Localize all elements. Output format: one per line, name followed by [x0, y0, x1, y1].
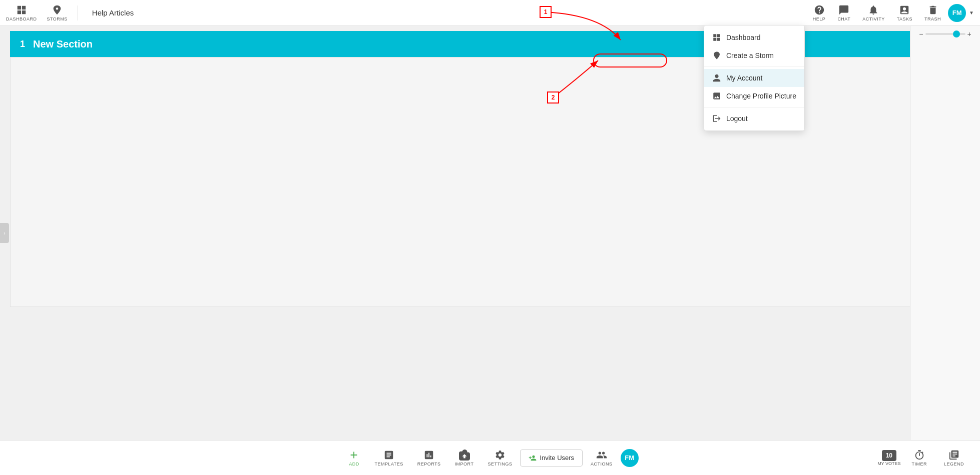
reports-toolbar-btn[interactable]: REPORTS: [411, 448, 447, 468]
top-navbar: DASHBOARD STORMS Help Articles HELP CHAT…: [0, 0, 980, 26]
bottom-right-controls: 10 MY VOTES TIMER LEGEND: [877, 448, 970, 468]
dropdown-create-storm-label: Create a Storm: [726, 52, 774, 60]
tasks-label: TASKS: [897, 16, 912, 22]
nav-divider: [78, 6, 78, 20]
zoom-slider-thumb: [953, 30, 960, 38]
actions-label: ACTIONS: [591, 462, 613, 466]
add-icon: [348, 450, 359, 460]
help-label: HELP: [813, 16, 826, 22]
help-icon: [814, 4, 825, 16]
dropdown-change-profile[interactable]: Change Profile Picture: [704, 87, 804, 105]
import-icon: [459, 450, 470, 460]
dropdown-my-account[interactable]: My Account: [704, 69, 804, 87]
my-votes-label: MY VOTES: [877, 461, 900, 466]
chat-icon: [838, 4, 849, 16]
section-title: New Section: [33, 38, 960, 50]
zoom-slider-row: − +: [919, 30, 971, 38]
bottom-toolbar: ADD TEMPLATES REPORTS IMPORT SETTINGS In…: [0, 440, 980, 475]
import-label: IMPORT: [455, 462, 474, 466]
templates-toolbar-btn[interactable]: TEMPLATES: [368, 448, 409, 468]
svg-rect-0: [18, 6, 21, 9]
svg-rect-3: [22, 10, 26, 14]
dashboard-menu-icon: [712, 33, 721, 42]
section-header: 1 New Section: [10, 31, 970, 57]
actions-icon: [596, 450, 607, 460]
annotation-1: 1: [540, 6, 552, 18]
tasks-nav[interactable]: TASKS: [892, 2, 917, 24]
my-votes-group: 10 MY VOTES: [877, 450, 900, 466]
svg-rect-5: [717, 34, 720, 37]
avatar-dropdown-arrow[interactable]: ▼: [969, 10, 974, 16]
actions-toolbar-btn[interactable]: ACTIONS: [585, 448, 619, 468]
invite-icon: [529, 454, 537, 462]
svg-rect-1: [22, 6, 26, 9]
trash-nav[interactable]: TRASH: [919, 2, 946, 24]
zoom-slider-track[interactable]: [925, 33, 965, 35]
chat-label: CHAT: [837, 16, 850, 22]
svg-rect-4: [713, 34, 716, 37]
settings-toolbar-btn[interactable]: SETTINGS: [481, 448, 518, 468]
add-label: ADD: [349, 462, 359, 466]
avatar-button[interactable]: FM: [948, 4, 966, 22]
templates-icon: [383, 450, 394, 460]
nav-left: DASHBOARD STORMS Help Articles: [6, 4, 134, 22]
dropdown-dashboard[interactable]: Dashboard: [704, 28, 804, 46]
user-dropdown-menu: Dashboard Create a Storm My Account Chan…: [704, 25, 805, 131]
sidebar-toggle[interactable]: ›: [0, 223, 9, 243]
account-menu-icon: [712, 74, 721, 82]
section-number: 1: [20, 39, 25, 50]
logout-menu-icon: [712, 114, 721, 123]
dropdown-dashboard-label: Dashboard: [726, 34, 761, 42]
chat-nav[interactable]: CHAT: [832, 2, 855, 24]
import-toolbar-btn[interactable]: IMPORT: [449, 448, 480, 468]
storms-icon: [52, 4, 63, 16]
activity-nav[interactable]: ACTIVITY: [857, 2, 890, 24]
dashboard-icon: [16, 4, 27, 16]
svg-rect-6: [713, 38, 716, 41]
legend-toolbar-btn[interactable]: LEGEND: [938, 448, 970, 468]
svg-rect-7: [717, 38, 720, 41]
zoom-in-button[interactable]: +: [967, 30, 971, 38]
legend-icon: [948, 450, 959, 460]
dropdown-change-profile-label: Change Profile Picture: [726, 92, 796, 100]
nav-right: HELP CHAT ACTIVITY TASKS TRASH FM ▼: [808, 2, 974, 24]
dropdown-divider-2: [704, 107, 804, 108]
section-body: [10, 57, 970, 307]
section-container: 1 New Section: [0, 26, 980, 440]
timer-toolbar-btn[interactable]: TIMER: [905, 448, 933, 468]
legend-label: LEGEND: [944, 462, 964, 466]
tasks-icon: [899, 4, 910, 16]
templates-label: TEMPLATES: [374, 462, 403, 466]
invite-users-button[interactable]: Invite Users: [520, 450, 583, 466]
dashboard-label: DASHBOARD: [6, 16, 37, 22]
trash-label: TRASH: [924, 16, 941, 22]
trash-icon: [927, 4, 938, 16]
dropdown-logout[interactable]: Logout: [704, 110, 804, 128]
sidebar-arrow-icon: ›: [4, 230, 5, 236]
storms-label: STORMS: [47, 16, 68, 22]
dashboard-nav[interactable]: DASHBOARD: [6, 4, 37, 22]
annotation-2: 2: [547, 92, 559, 104]
reports-label: REPORTS: [417, 462, 441, 466]
storm-menu-icon: [712, 51, 721, 60]
storms-nav[interactable]: STORMS: [47, 4, 68, 22]
add-toolbar-btn[interactable]: ADD: [341, 448, 366, 468]
dropdown-divider-1: [704, 66, 804, 67]
dropdown-my-account-label: My Account: [726, 74, 762, 82]
timer-icon: [914, 450, 925, 460]
bottom-avatar: FM: [621, 449, 639, 467]
svg-rect-2: [18, 10, 21, 14]
zoom-out-button[interactable]: −: [919, 30, 923, 38]
section-1: 1 New Section: [10, 31, 970, 307]
right-panel: − +: [910, 26, 980, 440]
page-title: Help Articles: [92, 8, 134, 17]
dropdown-create-storm[interactable]: Create a Storm: [704, 46, 804, 64]
activity-label: ACTIVITY: [862, 16, 885, 22]
my-votes-count: 10: [882, 450, 896, 461]
invite-users-label: Invite Users: [540, 454, 574, 462]
help-nav[interactable]: HELP: [808, 2, 831, 24]
reports-icon: [423, 450, 434, 460]
settings-label: SETTINGS: [487, 462, 512, 466]
activity-icon: [868, 4, 879, 16]
dropdown-logout-label: Logout: [726, 114, 748, 122]
